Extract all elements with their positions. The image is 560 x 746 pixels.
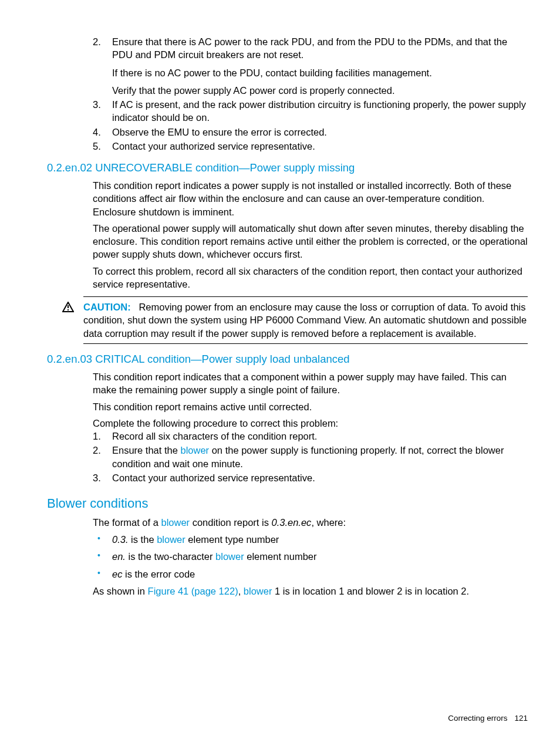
text-em: en. — [112, 551, 126, 562]
list-text: Contact your authorized service represen… — [112, 141, 315, 151]
list-item: 0.3. is the blower element type number — [93, 533, 528, 546]
blower-bullet-list: 0.3. is the blower element type number e… — [93, 533, 528, 580]
list-item: 1. Record all six characters of the cond… — [93, 430, 528, 443]
list-number: 1. — [93, 430, 101, 443]
text-em: ec — [112, 569, 122, 579]
link-blower[interactable]: blower — [161, 517, 190, 528]
sec03-ordered-list: 1. Record all six characters of the cond… — [93, 430, 528, 484]
list-number: 3. — [93, 98, 101, 111]
text-post: element number — [244, 551, 317, 562]
body-paragraph: This condition report indicates that a c… — [93, 370, 528, 397]
link-blower[interactable]: blower — [181, 445, 210, 455]
body-paragraph: This condition report remains active unt… — [93, 400, 528, 413]
list-item: 3. If AC is present, and the rack power … — [93, 98, 528, 124]
body-paragraph: The operational power supply will automa… — [93, 222, 528, 261]
caution-label: CAUTION: — [83, 302, 131, 312]
list-item: en. is the two-character blower element … — [93, 550, 528, 563]
text-mid: condition report is — [190, 517, 271, 528]
text-em: 0.3.en.ec — [271, 517, 311, 528]
body-paragraph: This condition report indicates a power … — [93, 179, 528, 218]
text-post: element type number — [185, 534, 279, 545]
svg-rect-0 — [68, 305, 69, 308]
text-mid: is the — [129, 534, 157, 545]
list-number: 4. — [93, 126, 101, 139]
caution-icon — [62, 301, 74, 316]
list-item: ec is the error code — [93, 568, 528, 580]
list-text-pre: Ensure that the — [112, 445, 181, 455]
text-pre: As shown in — [93, 586, 148, 596]
list-subtext: If there is no AC power to the PDU, cont… — [112, 66, 528, 79]
footer-section: Correcting errors — [448, 714, 507, 723]
page-footer: Correcting errors121 — [448, 713, 528, 724]
page-content: 2. Ensure that there is AC power to the … — [0, 0, 560, 746]
body-paragraph: As shown in Figure 41 (page 122), blower… — [93, 585, 528, 598]
list-item: 2. Ensure that the blower on the power s… — [93, 444, 528, 470]
section-heading-02en02: 0.2.en.02 UNRECOVERABLE condition—Power … — [47, 161, 528, 175]
list-subtext: Verify that the power supply AC power co… — [112, 84, 528, 97]
list-item: 3. Contact your authorized service repre… — [93, 471, 528, 484]
top-ordered-list: 2. Ensure that there is AC power to the … — [93, 35, 528, 153]
caution-callout: CAUTION: Removing power from an enclosur… — [83, 296, 528, 344]
list-text: Contact your authorized service represen… — [112, 472, 315, 483]
body-paragraph: The format of a blower condition report … — [93, 516, 528, 529]
list-item: 5. Contact your authorized service repre… — [93, 140, 528, 153]
text-mid: is the two-character — [126, 551, 215, 562]
text-pre: The format of a — [93, 517, 161, 528]
caution-text: Removing power from an enclosure may cau… — [83, 302, 527, 339]
text-sep: , — [238, 586, 244, 596]
list-text: Ensure that there is AC power to the rac… — [112, 36, 507, 60]
link-blower[interactable]: blower — [215, 551, 244, 562]
list-number: 2. — [93, 35, 101, 48]
footer-page-number: 121 — [514, 714, 528, 723]
list-text: Record all six characters of the conditi… — [112, 431, 317, 441]
section-heading-blower: Blower conditions — [47, 495, 528, 512]
link-blower[interactable]: blower — [157, 534, 185, 545]
text-em: 0.3. — [112, 534, 129, 545]
svg-rect-1 — [68, 309, 69, 310]
body-paragraph: To correct this problem, record all six … — [93, 265, 528, 291]
list-item: 2. Ensure that there is AC power to the … — [93, 35, 528, 97]
link-figure-ref[interactable]: Figure 41 (page 122) — [148, 586, 238, 596]
section-heading-02en03: 0.2.en.03 CRITICAL condition—Power suppl… — [47, 352, 528, 367]
list-text: If AC is present, and the rack power dis… — [112, 99, 526, 123]
list-number: 3. — [93, 471, 101, 484]
text-post: 1 is in location 1 and blower 2 is in lo… — [272, 586, 469, 596]
list-number: 2. — [93, 444, 101, 457]
list-text: Observe the EMU to ensure the error is c… — [112, 127, 327, 137]
list-item: 4. Observe the EMU to ensure the error i… — [93, 126, 528, 139]
list-number: 5. — [93, 140, 101, 153]
body-paragraph: Complete the following procedure to corr… — [93, 417, 528, 430]
link-blower[interactable]: blower — [244, 586, 272, 596]
text-post: , where: — [311, 517, 346, 528]
text-post: is the error code — [122, 569, 195, 579]
